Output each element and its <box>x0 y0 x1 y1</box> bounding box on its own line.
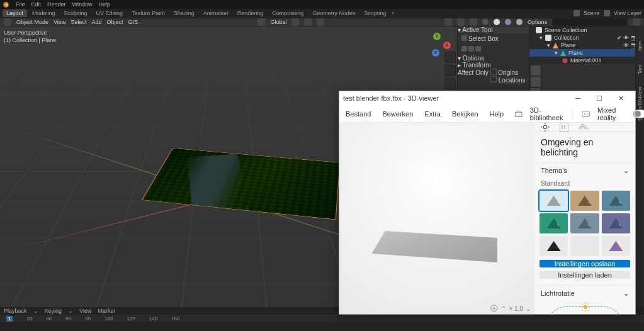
gizmo-toggle-icon[interactable] <box>444 18 452 26</box>
gizmo-x[interactable]: X <box>443 42 451 49</box>
editor-type-icon[interactable] <box>4 18 11 26</box>
chk-origins[interactable] <box>490 69 497 75</box>
timeline-ruler[interactable]: 1 204060 80100120 140160 <box>0 315 644 322</box>
shading-matprev-icon[interactable] <box>505 19 511 25</box>
library-button[interactable]: 3D-bibliotheek <box>530 106 563 121</box>
viewer-window[interactable]: test blender fbx.fbx - 3D-viewer ─ ☐ ✕ B… <box>339 91 636 315</box>
tl-playback[interactable]: Playback <box>4 308 27 314</box>
close-button[interactable]: ✕ <box>610 91 631 105</box>
chk-locations[interactable] <box>490 76 497 82</box>
chevron-down-icon: ⌄ <box>623 289 629 298</box>
tl-view[interactable]: View <box>79 308 91 314</box>
overlay-toggle-icon[interactable] <box>457 18 465 26</box>
playhead[interactable]: 1 <box>6 316 13 322</box>
theme-swatch-6[interactable] <box>539 236 568 256</box>
scene-field[interactable]: Scene <box>584 10 600 16</box>
themes-accordion[interactable]: Thema's⌄ <box>534 162 635 179</box>
svg-point-12 <box>587 113 588 114</box>
tab-rendering[interactable]: Rendering <box>234 9 268 17</box>
grid-tab-icon[interactable] <box>579 123 587 132</box>
gizmo-y[interactable]: Y <box>433 33 441 40</box>
pivot-icon[interactable] <box>291 18 299 26</box>
menu-help[interactable]: Help <box>99 1 111 8</box>
theme-swatch-7[interactable] <box>570 236 599 256</box>
shading-wire-icon[interactable] <box>482 19 489 25</box>
shading-rendered-icon[interactable] <box>516 19 523 25</box>
stats-tab-icon[interactable] <box>560 123 568 132</box>
xray-icon[interactable] <box>470 18 477 26</box>
viewer-titlebar[interactable]: test blender fbx.fbx - 3D-viewer ─ ☐ ✕ <box>339 91 635 105</box>
gizmo-z[interactable]: Z <box>432 49 439 57</box>
hmenu-object[interactable]: Object <box>106 19 123 25</box>
tab-animation[interactable]: Animation <box>200 9 232 17</box>
theme-swatch-4[interactable] <box>570 213 599 233</box>
menu-window[interactable]: Window <box>72 1 93 8</box>
tl-keying[interactable]: Keying <box>45 308 62 314</box>
vmenu-file[interactable]: Bestand <box>346 110 371 118</box>
outliner[interactable]: Scene Collection ▾ Collection✔ 👁 📷 ▾ Pla… <box>529 26 644 64</box>
hmenu-gis[interactable]: GIS <box>128 19 138 25</box>
outliner-search-input[interactable] <box>552 18 628 26</box>
vmenu-view[interactable]: Bekijken <box>452 110 478 118</box>
vmenu-extra[interactable]: Extra <box>424 110 441 118</box>
hmenu-view[interactable]: View <box>54 19 65 25</box>
settings-gear-icon[interactable] <box>490 304 499 313</box>
vmenu-help[interactable]: Help <box>490 110 504 118</box>
tab-texpaint[interactable]: Texture Paint <box>128 9 169 17</box>
minimize-button[interactable]: ─ <box>567 91 589 105</box>
orientation[interactable]: Global <box>270 19 286 25</box>
snap-icon[interactable] <box>304 18 312 26</box>
tab-scripting[interactable]: Scripting <box>360 9 390 17</box>
mr-toggle[interactable] <box>633 109 644 118</box>
hmenu-select[interactable]: Select <box>71 19 86 25</box>
theme-swatch-8[interactable] <box>602 236 630 256</box>
nav-camera-icon[interactable] <box>444 78 456 89</box>
zoom-readout[interactable]: ⌃ × 1,0 ⌄ <box>490 304 531 313</box>
save-settings-button[interactable]: Instellingen opslaan <box>539 260 630 267</box>
n-transform[interactable]: Transform <box>463 62 491 69</box>
menu-render[interactable]: Render <box>47 1 66 8</box>
theme-swatch-0[interactable] <box>539 191 568 211</box>
orientation-icon[interactable] <box>257 18 265 26</box>
load-settings-button[interactable]: Instellingen laden <box>539 271 630 279</box>
lighting-tab-icon[interactable] <box>541 123 550 132</box>
n-options: Options <box>463 55 484 62</box>
ptab-render[interactable] <box>531 65 541 76</box>
viewer-canvas[interactable]: ⌃ × 1,0 ⌄ <box>339 123 534 314</box>
maximize-button[interactable]: ☐ <box>589 91 610 105</box>
object-mode[interactable]: Object Mode <box>16 19 48 25</box>
light-arc[interactable] <box>547 306 623 314</box>
theme-swatch-3[interactable] <box>539 213 568 233</box>
theme-swatch-2[interactable] <box>602 191 630 211</box>
tl-marker[interactable]: Marker <box>98 308 115 314</box>
theme-swatch-1[interactable] <box>570 191 599 211</box>
tab-compositing[interactable]: Compositing <box>268 9 307 17</box>
mr-icon <box>582 110 590 118</box>
tab-uv[interactable]: UV Editing <box>93 9 127 17</box>
nav-pan-icon[interactable] <box>444 65 456 76</box>
nav-zoom-icon[interactable] <box>444 52 456 63</box>
hmenu-add[interactable]: Add <box>91 19 101 25</box>
n-tab-tool[interactable]: Tool <box>637 66 643 74</box>
options-dropdown[interactable]: Options <box>528 19 547 25</box>
tab-shading[interactable]: Shading <box>170 9 198 17</box>
vmenu-edit[interactable]: Bewerken <box>382 110 413 118</box>
menu-edit[interactable]: Edit <box>31 1 42 8</box>
n-tab-item[interactable]: Item <box>637 43 643 51</box>
filter-icon[interactable] <box>633 18 640 26</box>
chevron-down-icon: ⌄ <box>623 167 629 175</box>
ptab-output[interactable] <box>531 77 541 87</box>
tab-modeling[interactable]: Modeling <box>28 9 59 17</box>
viewlayer-field[interactable]: View Layer <box>614 10 641 16</box>
shading-solid-icon[interactable] <box>494 19 500 25</box>
library-icon[interactable] <box>515 109 523 119</box>
theme-swatch-5[interactable] <box>602 213 630 233</box>
menu-file[interactable]: File <box>16 1 25 8</box>
lightrot-accordion[interactable]: Lichtrotatie⌄ <box>534 285 635 301</box>
tab-geonodes[interactable]: Geometry Nodes <box>308 9 359 17</box>
sun-icon[interactable] <box>580 302 590 312</box>
viewer-plane[interactable] <box>371 231 497 262</box>
tab-layout[interactable]: Layout <box>3 9 27 17</box>
tab-sculpting[interactable]: Sculpting <box>60 9 91 17</box>
proportional-icon[interactable] <box>317 18 324 26</box>
